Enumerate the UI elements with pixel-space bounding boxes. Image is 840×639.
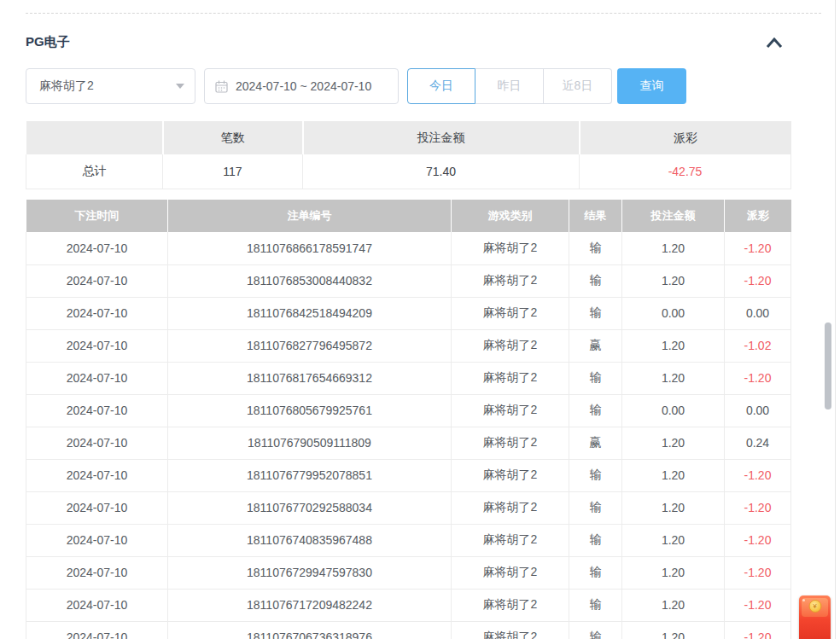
cell-game-type: 麻将胡了2	[452, 524, 569, 556]
cell-bet-id: 1811076779952078851	[168, 459, 452, 491]
cell-game-type: 麻将胡了2	[452, 264, 569, 297]
date-range-value: 2024-07-10 ~ 2024-07-10	[236, 79, 371, 93]
table-row: 2024-07-101811076805679925761麻将胡了2输0.000…	[26, 394, 791, 427]
cell-bet-amount: 1.20	[622, 362, 725, 394]
table-row: 2024-07-101811076717209482242麻将胡了2输1.20-…	[26, 589, 791, 621]
cell-bet-amount: 1.20	[622, 589, 725, 621]
vertical-scrollbar[interactable]	[825, 322, 831, 410]
cell-bet-time: 2024-07-10	[26, 329, 168, 362]
envelope-highlight-dot	[802, 599, 805, 601]
cell-bet-time: 2024-07-10	[26, 297, 168, 329]
cell-bet-amount: 1.20	[622, 524, 725, 556]
cell-game-type: 麻将胡了2	[452, 589, 569, 621]
summary-header-count: 笔数	[163, 121, 303, 154]
red-envelope-promo-button[interactable]: ¥	[799, 595, 831, 639]
cell-bet-time: 2024-07-10	[26, 264, 168, 297]
summary-header-blank	[26, 121, 163, 154]
cell-result: 输	[569, 589, 622, 621]
summary-total-payout: -42.75	[580, 154, 791, 189]
cell-payout: -1.20	[725, 459, 791, 491]
cell-payout: -1.20	[725, 589, 791, 621]
cell-bet-amount: 1.20	[622, 621, 725, 639]
summary-total-label: 总计	[26, 154, 163, 189]
search-button[interactable]: 查询	[617, 68, 686, 104]
cell-bet-id: 1811076770292588034	[168, 491, 452, 524]
cell-result: 赢	[569, 329, 622, 362]
chevron-down-icon	[176, 84, 184, 89]
cell-bet-amount: 1.20	[622, 329, 725, 362]
cell-payout: 0.24	[725, 427, 791, 459]
collapse-section-button[interactable]	[764, 34, 785, 51]
cell-result: 输	[569, 394, 622, 427]
table-row: 2024-07-101811076770292588034麻将胡了2输1.20-…	[26, 491, 791, 524]
cell-game-type: 麻将胡了2	[452, 621, 569, 639]
records-header-payout: 派彩	[725, 200, 791, 232]
cell-game-type: 麻将胡了2	[452, 232, 569, 264]
cell-bet-id: 1811076827796495872	[168, 329, 452, 362]
cell-game-type: 麻将胡了2	[452, 427, 569, 459]
table-row: 2024-07-101811076790509111809麻将胡了2赢1.200…	[26, 427, 791, 459]
cell-bet-id: 1811076842518494209	[168, 297, 452, 329]
top-dashed-divider	[26, 13, 821, 14]
summary-header-payout: 派彩	[580, 121, 791, 154]
cell-payout: -1.20	[725, 362, 791, 394]
cell-bet-amount: 1.20	[622, 264, 725, 297]
cell-game-type: 麻将胡了2	[452, 362, 569, 394]
table-row: 2024-07-101811076827796495872麻将胡了2赢1.20-…	[26, 329, 791, 362]
game-select[interactable]: 麻将胡了2	[26, 68, 195, 104]
records-header-result: 结果	[569, 200, 622, 232]
table-row: 2024-07-101811076842518494209麻将胡了2输0.000…	[26, 297, 791, 329]
last-8-days-button[interactable]: 近8日	[544, 68, 612, 104]
cell-bet-time: 2024-07-10	[26, 459, 168, 491]
cell-payout: -1.20	[725, 556, 791, 589]
cell-result: 输	[569, 264, 622, 297]
right-edge-divider	[835, 0, 836, 639]
cell-payout: -1.20	[725, 491, 791, 524]
records-header-time: 下注时间	[26, 200, 168, 232]
summary-total-bet-amount: 71.40	[303, 154, 580, 189]
table-row: 2024-07-101811076706736318976麻将胡了2输1.20-…	[26, 621, 791, 639]
table-row: 2024-07-101811076740835967488麻将胡了2输1.20-…	[26, 524, 791, 556]
cell-bet-amount: 1.20	[622, 459, 725, 491]
cell-payout: -1.20	[725, 264, 791, 297]
cell-bet-time: 2024-07-10	[26, 427, 168, 459]
cell-bet-time: 2024-07-10	[26, 362, 168, 394]
records-header-amount: 投注金额	[622, 200, 725, 232]
cell-bet-id: 1811076817654669312	[168, 362, 452, 394]
cell-payout: -1.20	[725, 621, 791, 639]
cell-payout: 0.00	[725, 394, 791, 427]
cell-bet-id: 1811076706736318976	[168, 621, 452, 639]
page-title: PG电子	[26, 34, 70, 49]
section-header: PG电子	[26, 34, 790, 53]
cell-game-type: 麻将胡了2	[452, 491, 569, 524]
bet-records-page: PG电子 麻将胡了2 2024-07-10 ~ 2024-07-10	[0, 0, 840, 639]
summary-header-row: 笔数 投注金额 派彩	[26, 121, 791, 154]
cell-game-type: 麻将胡了2	[452, 297, 569, 329]
cell-bet-time: 2024-07-10	[26, 589, 168, 621]
table-row: 2024-07-101811076853008440832麻将胡了2输1.20-…	[26, 264, 791, 297]
cell-payout: -1.02	[725, 329, 791, 362]
yesterday-button[interactable]: 昨日	[475, 68, 544, 104]
filter-bar: 麻将胡了2 2024-07-10 ~ 2024-07-10 今日 昨日 近8日 …	[26, 68, 790, 104]
today-button[interactable]: 今日	[407, 68, 475, 104]
cell-game-type: 麻将胡了2	[452, 329, 569, 362]
records-table: 下注时间 注单编号 游戏类别 结果 投注金额 派彩 2024-07-101811…	[26, 200, 791, 639]
cell-result: 赢	[569, 427, 622, 459]
cell-game-type: 麻将胡了2	[452, 394, 569, 427]
cell-payout: -1.20	[725, 524, 791, 556]
cell-bet-amount: 1.20	[622, 427, 725, 459]
cell-bet-id: 1811076790509111809	[168, 427, 452, 459]
cell-bet-id: 1811076729947597830	[168, 556, 452, 589]
cell-bet-amount: 1.20	[622, 232, 725, 264]
table-row: 2024-07-101811076817654669312麻将胡了2输1.20-…	[26, 362, 791, 394]
cell-payout: 0.00	[725, 297, 791, 329]
cell-result: 输	[569, 232, 622, 264]
summary-total-count: 117	[163, 154, 303, 189]
cell-result: 输	[569, 362, 622, 394]
cell-bet-amount: 0.00	[622, 394, 725, 427]
cell-bet-id: 1811076866178591747	[168, 232, 452, 264]
records-header-bet-id: 注单编号	[168, 200, 452, 232]
date-range-picker[interactable]: 2024-07-10 ~ 2024-07-10	[204, 68, 399, 104]
cell-result: 输	[569, 491, 622, 524]
cell-result: 输	[569, 556, 622, 589]
